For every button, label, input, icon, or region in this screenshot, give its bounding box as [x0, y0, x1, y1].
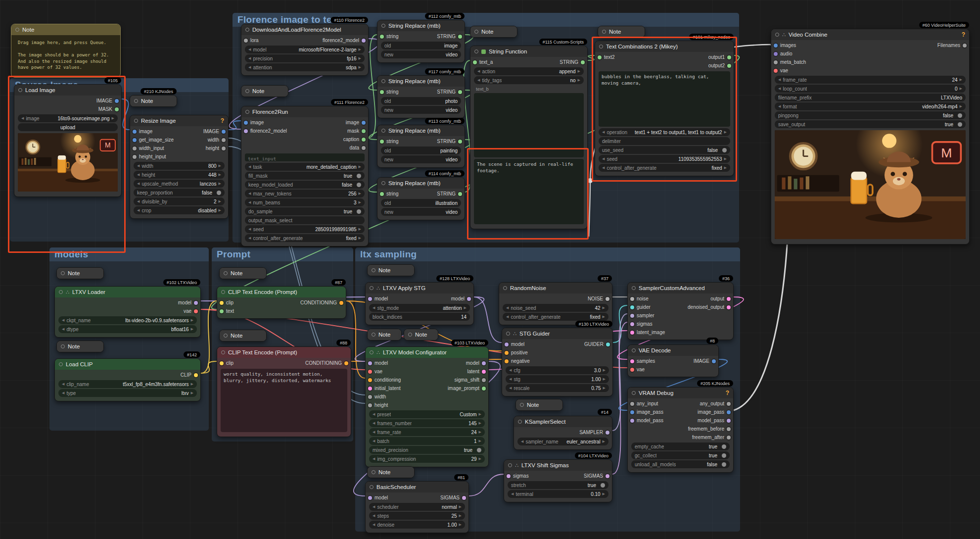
- widget-delimiter[interactable]: delimiter: [599, 137, 730, 145]
- increment-arrow[interactable]: ▶: [479, 430, 481, 434]
- output-port-model[interactable]: model: [466, 360, 486, 366]
- input-port-images[interactable]: images: [774, 43, 796, 48]
- florence2run[interactable]: #111 Florence2Florence2Runimageimageflor…: [241, 106, 369, 246]
- widget-new[interactable]: newvideo: [381, 208, 461, 216]
- toggle-indicator[interactable]: [477, 448, 481, 452]
- collapse-icon[interactable]: [221, 290, 225, 294]
- input-port-sampler[interactable]: sampler: [630, 313, 654, 318]
- node-header[interactable]: Note: [516, 399, 562, 410]
- node-header[interactable]: Load Image: [14, 85, 121, 96]
- widget-precision[interactable]: ◀precisionfp16▶: [245, 54, 365, 62]
- collapse-icon[interactable]: [381, 79, 385, 83]
- toggle-indicator[interactable]: [958, 122, 962, 127]
- text-area[interactable]: worst quality, inconsistent motion, blur…: [221, 369, 347, 432]
- output-port-any_output[interactable]: any_output: [700, 401, 731, 406]
- node-header[interactable]: Note: [368, 467, 414, 478]
- collapse-icon[interactable]: [61, 271, 65, 275]
- note-string-function[interactable]: Note: [470, 26, 517, 38]
- collapse-icon[interactable]: [245, 89, 249, 93]
- collapse-icon[interactable]: [599, 45, 603, 49]
- node-header[interactable]: ∴LTXV Shift Sigmas: [504, 460, 612, 471]
- widget-seed[interactable]: ◀seed285091998991985▶: [245, 225, 365, 233]
- collapse-icon[interactable]: [224, 334, 228, 338]
- input-port-florence2_model[interactable]: florence2_model: [244, 128, 287, 134]
- node-header[interactable]: KSamplerSelect: [514, 416, 612, 427]
- node-header[interactable]: String Replace (mtb): [377, 125, 465, 136]
- widget-crop[interactable]: ◀cropdisabled▶: [134, 206, 225, 214]
- toggle-indicator[interactable]: [357, 183, 361, 187]
- node-header[interactable]: Note: [241, 86, 288, 97]
- input-port-model_pass[interactable]: model_pass: [630, 418, 663, 423]
- node-header[interactable]: Note: [368, 329, 401, 340]
- input-port-image[interactable]: image: [244, 120, 264, 125]
- note-ksampler[interactable]: Note: [515, 399, 563, 411]
- note-prompt-negative[interactable]: Note: [219, 330, 267, 342]
- node-header[interactable]: Note: [404, 329, 438, 340]
- output-port-output1[interactable]: output1: [708, 54, 731, 60]
- toggle-indicator[interactable]: [722, 453, 726, 458]
- node-header[interactable]: VRAM Debug?: [628, 388, 733, 398]
- input-port-image[interactable]: image: [133, 129, 152, 134]
- node-header[interactable]: Note: [11, 24, 120, 35]
- note-florence[interactable]: Note: [241, 85, 288, 97]
- input-port-height_input[interactable]: height_input: [133, 154, 166, 159]
- decrement-arrow[interactable]: ◀: [137, 182, 140, 186]
- increment-arrow[interactable]: ▶: [603, 492, 605, 496]
- node-header[interactable]: Load CLIP: [55, 359, 200, 370]
- decrement-arrow[interactable]: ◀: [509, 368, 512, 372]
- output-port-GUIDER[interactable]: GUIDER: [584, 342, 610, 347]
- widget-old[interactable]: oldillustration: [381, 199, 461, 207]
- node-header[interactable]: BasicScheduler: [366, 482, 468, 492]
- widget-terminal[interactable]: ◀terminal0.10▶: [508, 490, 608, 498]
- collapse-icon[interactable]: [381, 24, 385, 28]
- increment-arrow[interactable]: ▶: [359, 236, 361, 240]
- widget-upscale_method[interactable]: ◀upscale_methodlanczos▶: [134, 180, 225, 188]
- input-port-text2[interactable]: text2: [598, 54, 615, 60]
- note-instructions[interactable]: NoteDrag image here, and press Queue. Th…: [11, 24, 121, 78]
- output-port-image_pass[interactable]: image_pass: [698, 409, 731, 415]
- collapse-icon[interactable]: [508, 463, 512, 467]
- input-port-string[interactable]: string: [380, 89, 398, 95]
- node-header[interactable]: Note: [220, 268, 266, 279]
- decrement-arrow[interactable]: ◀: [62, 382, 64, 386]
- collapse-icon[interactable]: [370, 485, 373, 489]
- ltxv-loader[interactable]: #102 LTXVideo∴LTXV Loadermodelvae◀ckpt_n…: [54, 286, 201, 338]
- input-port-image_pass[interactable]: image_pass: [630, 409, 663, 415]
- increment-arrow[interactable]: ▶: [459, 505, 462, 509]
- widget-task[interactable]: ◀taskmore_detailed_caption▶: [245, 163, 365, 171]
- ltxv-model-configurator[interactable]: #103 LTXVideo∴LTXV Model Configuratormod…: [365, 346, 489, 467]
- widget-stretch[interactable]: stretchtrue: [508, 481, 608, 489]
- input-port-model[interactable]: model: [368, 360, 388, 366]
- group-titlebar[interactable]: models: [49, 247, 209, 261]
- widget-ckpt_name[interactable]: ◀ckpt_nameltx-video-2b-v0.9.safetensors▶: [58, 316, 197, 324]
- widget-output_mask_select[interactable]: output_mask_select: [245, 216, 365, 224]
- collapse-icon[interactable]: [632, 348, 636, 352]
- note-configurator-a[interactable]: Note: [367, 329, 402, 341]
- input-port-get_image_size[interactable]: get_image_size: [133, 137, 174, 143]
- node-header[interactable]: Note: [57, 268, 103, 279]
- output-port-IMAGE[interactable]: IMAGE: [694, 358, 716, 364]
- load-clip[interactable]: #142Load CLIPCLIP◀clip_namet5xxl_fp8_e4m…: [54, 358, 201, 401]
- input-port-sigmas[interactable]: sigmas: [630, 321, 653, 327]
- decrement-arrow[interactable]: ◀: [477, 69, 480, 73]
- increment-arrow[interactable]: ▶: [459, 523, 462, 527]
- widget-max_new_tokens[interactable]: ◀max_new_tokens256▶: [245, 190, 365, 197]
- resize-image[interactable]: Resize Image?imageIMAGEget_image_sizewid…: [130, 115, 229, 219]
- widget-unload_all_models[interactable]: unload_all_modelsfalse: [631, 460, 730, 468]
- toggle-indicator[interactable]: [722, 148, 727, 152]
- node-header[interactable]: CLIP Text Encode (Prompt): [217, 347, 351, 358]
- collapse-icon[interactable]: [224, 271, 228, 275]
- note-configurator-b[interactable]: Note: [404, 329, 438, 341]
- decrement-arrow[interactable]: ◀: [373, 439, 375, 443]
- output-port-CONDITIONING[interactable]: CONDITIONING: [305, 360, 348, 366]
- node-header[interactable]: Text Combinations 2 (Mikey): [595, 41, 734, 52]
- stg-guider[interactable]: #130 LTXVideo∴STG GuidermodelGUIDERposit…: [502, 328, 613, 396]
- widget-num_beams[interactable]: ◀num_beams3▶: [245, 198, 365, 206]
- widget-noise_seed[interactable]: ◀noise_seed42▶: [503, 304, 608, 312]
- decrement-arrow[interactable]: ◀: [511, 492, 513, 496]
- help-icon[interactable]: ?: [221, 117, 224, 124]
- input-port-string[interactable]: string: [380, 139, 398, 144]
- increment-arrow[interactable]: ▶: [578, 69, 580, 73]
- widget-denoise[interactable]: ◀denoise1.00▶: [369, 521, 465, 529]
- output-port-STRING[interactable]: STRING: [437, 191, 462, 196]
